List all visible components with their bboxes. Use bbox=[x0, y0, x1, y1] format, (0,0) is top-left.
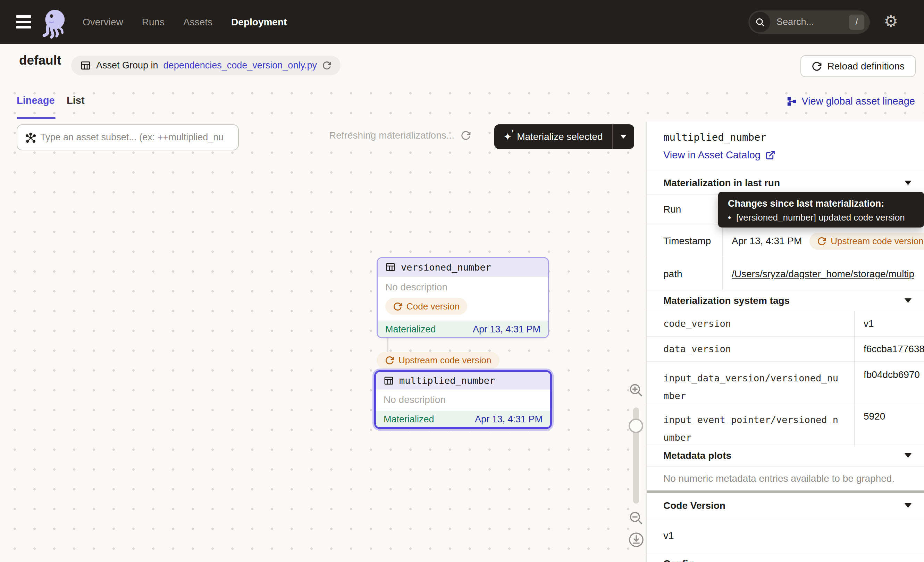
asset-group-file-link[interactable]: dependencies_code_version_only.py bbox=[164, 60, 317, 71]
materialize-selected-button[interactable]: ✦✦ Materialize selected bbox=[494, 124, 634, 149]
upstream-code-version-tag[interactable]: Upstream code version bbox=[376, 352, 500, 369]
asset-group-breadcrumb: Asset Group in dependencies_code_version… bbox=[71, 56, 340, 75]
download-image-icon[interactable] bbox=[628, 532, 644, 548]
tab-lineage[interactable]: Lineage bbox=[16, 95, 55, 106]
section-metadata-plots[interactable]: Metadata plots bbox=[646, 445, 924, 466]
asset-node-name: multiplied_number bbox=[399, 375, 495, 386]
search-icon bbox=[750, 12, 770, 32]
table-row-data-version: data_version f6ccba177638 bbox=[646, 336, 924, 361]
sidebar-asset-title: multiplied_number bbox=[663, 131, 924, 143]
tag-key: input_data_version/versioned_number bbox=[646, 362, 854, 405]
table-row-timestamp: Timestamp Apr 13, 4:31 PM Upstream code … bbox=[646, 224, 924, 258]
table-row-input-event-pointer: input_event_pointer/versioned_number 592… bbox=[646, 403, 924, 445]
view-in-asset-catalog-link[interactable]: View in Asset Catalog bbox=[663, 149, 924, 161]
asset-node-multiplied-number-selected[interactable]: multiplied_number No description Materia… bbox=[374, 370, 552, 429]
reload-icon bbox=[812, 61, 822, 72]
view-in-asset-catalog-label: View in Asset Catalog bbox=[663, 149, 760, 161]
materialized-timestamp: Apr 13, 4:31 PM bbox=[473, 324, 540, 335]
settings-gear-icon[interactable]: ⚙ bbox=[884, 12, 898, 30]
nav-item-deployment[interactable]: Deployment bbox=[231, 17, 287, 28]
refresh-group-icon[interactable] bbox=[322, 61, 332, 70]
view-global-asset-lineage-link[interactable]: View global asset lineage bbox=[786, 96, 915, 107]
section-materialization-system-tags[interactable]: Materialization system tags bbox=[646, 290, 924, 311]
chevron-down-icon bbox=[904, 503, 912, 508]
upstream-code-version-icon bbox=[385, 356, 394, 365]
tag-value: fb04dcb6970 bbox=[854, 362, 924, 405]
materialize-dropdown-button[interactable] bbox=[613, 124, 634, 149]
chevron-down-icon bbox=[904, 453, 912, 458]
section-config[interactable]: Config bbox=[646, 553, 924, 562]
tag-key: code_version bbox=[646, 311, 854, 336]
section-heading-label: Metadata plots bbox=[663, 450, 731, 461]
search-placeholder: Search... bbox=[777, 17, 849, 27]
table-row-path: path /Users/sryza/dagster_home/storage/m… bbox=[646, 258, 924, 290]
tag-value: 5920 bbox=[854, 403, 924, 447]
hamburger-menu-icon[interactable] bbox=[16, 15, 31, 29]
asset-node-name: versioned_number bbox=[401, 262, 491, 273]
asset-group-label: Asset Group in bbox=[96, 60, 158, 71]
table-row-code-version: code_version v1 bbox=[646, 311, 924, 336]
chevron-down-icon bbox=[904, 298, 912, 303]
tab-list[interactable]: List bbox=[67, 95, 85, 106]
tooltip-title: Changes since last materialization: bbox=[728, 198, 914, 209]
asset-node-versioned-number[interactable]: versioned_number No description Code ver… bbox=[376, 257, 549, 338]
path-value-link[interactable]: /Users/sryza/dagster_home/storage/multip bbox=[732, 269, 914, 279]
code-version-label: Code version bbox=[406, 301, 460, 312]
timestamp-value: Apr 13, 4:31 PM bbox=[732, 236, 802, 246]
nav-item-runs[interactable]: Runs bbox=[142, 17, 165, 28]
page-content: default Asset Group in dependencies_code… bbox=[0, 44, 924, 562]
materialize-selected-label: Materialize selected bbox=[517, 131, 603, 143]
asset-table-icon bbox=[384, 376, 394, 386]
nav-item-assets[interactable]: Assets bbox=[183, 17, 212, 28]
zoom-out-icon[interactable] bbox=[628, 510, 644, 526]
dagster-logo-icon[interactable] bbox=[39, 7, 69, 39]
refresh-materializations-icon[interactable] bbox=[460, 130, 471, 141]
upstream-code-version-badge[interactable]: Upstream code version bbox=[810, 233, 924, 250]
section-heading-label: Materialization system tags bbox=[663, 295, 790, 307]
section-heading-label: Code Version bbox=[663, 500, 726, 511]
asset-node-description: No description bbox=[384, 394, 543, 405]
active-tab-underline bbox=[16, 117, 56, 119]
global-search[interactable]: Search... / bbox=[748, 11, 870, 34]
reload-definitions-label: Reload definitions bbox=[827, 61, 904, 72]
tag-key: input_event_pointer/versioned_number bbox=[646, 403, 854, 447]
tag-value: f6ccba177638 bbox=[854, 337, 924, 361]
nav-item-overview[interactable]: Overview bbox=[82, 17, 123, 28]
view-global-asset-lineage-label: View global asset lineage bbox=[801, 96, 915, 107]
panel-resize-divider[interactable] bbox=[646, 490, 924, 493]
refreshing-status: Refreshing materializations... bbox=[329, 130, 471, 141]
upstream-code-version-icon bbox=[817, 236, 826, 246]
asset-group-grid-icon bbox=[80, 60, 91, 71]
path-label: path bbox=[646, 258, 722, 290]
chevron-down-icon bbox=[620, 135, 627, 138]
section-materialization-last-run[interactable]: Materialization in last run bbox=[646, 171, 924, 194]
asset-subset-input[interactable] bbox=[40, 125, 235, 150]
upstream-code-version-label: Upstream code version bbox=[399, 355, 491, 366]
timestamp-label: Timestamp bbox=[646, 224, 722, 258]
asset-graph-icon bbox=[25, 132, 36, 144]
refreshing-label: Refreshing materializations... bbox=[329, 130, 454, 141]
lineage-graph-icon bbox=[786, 96, 797, 107]
badge-label: Upstream code version bbox=[831, 236, 923, 246]
section-heading-label: Materialization in last run bbox=[663, 177, 780, 189]
search-shortcut-badge: / bbox=[849, 15, 864, 30]
tag-value: v1 bbox=[854, 311, 924, 336]
page-title: default bbox=[19, 53, 61, 68]
code-version-pill[interactable]: Code version bbox=[385, 298, 467, 315]
code-version-icon bbox=[393, 302, 402, 311]
asset-table-icon bbox=[385, 262, 396, 272]
tag-key: data_version bbox=[646, 337, 854, 361]
sparkle-icon: ✦✦ bbox=[503, 132, 512, 142]
zoom-in-icon[interactable] bbox=[628, 382, 644, 398]
reload-definitions-button[interactable]: Reload definitions bbox=[800, 55, 916, 77]
materialized-status: Materialized bbox=[384, 414, 434, 425]
code-version-value: v1 bbox=[646, 518, 924, 553]
asset-node-description: No description bbox=[385, 282, 540, 293]
tooltip-item: [versioned_number] updated code version bbox=[736, 212, 905, 223]
run-label: Run bbox=[646, 195, 722, 224]
section-code-version[interactable]: Code Version bbox=[646, 493, 924, 518]
materialized-status: Materialized bbox=[385, 324, 436, 335]
chevron-down-icon bbox=[904, 180, 912, 185]
zoom-slider-handle[interactable] bbox=[628, 419, 643, 433]
dagster-app: Overview Runs Assets Deployment Search..… bbox=[0, 0, 924, 562]
